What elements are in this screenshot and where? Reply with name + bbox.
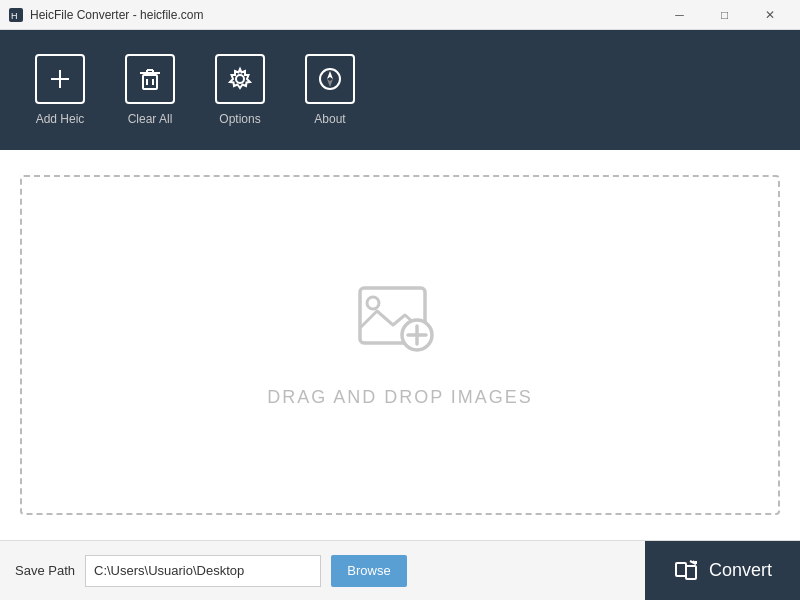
title-bar-left: H HeicFile Converter - heicfile.com	[8, 7, 203, 23]
convert-label: Convert	[709, 560, 772, 581]
save-path-input[interactable]	[85, 555, 321, 587]
gear-icon	[226, 65, 254, 93]
drop-zone[interactable]: DRAG AND DROP IMAGES	[20, 175, 780, 515]
about-icon-box	[305, 54, 355, 104]
add-heic-label: Add Heic	[36, 112, 85, 126]
svg-text:H: H	[11, 11, 18, 21]
minimize-button[interactable]: ─	[657, 0, 702, 30]
compass-icon	[316, 65, 344, 93]
add-heic-icon-box	[35, 54, 85, 104]
about-button[interactable]: About	[290, 43, 370, 138]
convert-button[interactable]: Convert	[645, 541, 800, 601]
svg-rect-4	[143, 75, 157, 89]
main-content: DRAG AND DROP IMAGES	[0, 150, 800, 540]
clear-all-label: Clear All	[128, 112, 173, 126]
title-bar: H HeicFile Converter - heicfile.com ─ □ …	[0, 0, 800, 30]
svg-rect-22	[686, 566, 696, 579]
svg-point-16	[367, 297, 379, 309]
clear-all-icon-box	[125, 54, 175, 104]
app-icon: H	[8, 7, 24, 23]
bottom-bar: Save Path Browse Convert	[0, 540, 800, 600]
maximize-button[interactable]: □	[702, 0, 747, 30]
options-label: Options	[219, 112, 260, 126]
svg-rect-21	[676, 563, 686, 576]
window-title: HeicFile Converter - heicfile.com	[30, 8, 203, 22]
save-path-label: Save Path	[15, 563, 75, 578]
window-controls: ─ □ ✕	[657, 0, 792, 30]
add-heic-icon	[46, 65, 74, 93]
options-button[interactable]: Options	[200, 43, 280, 138]
svg-marker-13	[327, 71, 333, 79]
drop-icon	[355, 283, 445, 367]
toolbar: Add Heic Clear All Options	[0, 30, 800, 150]
svg-point-11	[236, 75, 244, 83]
close-button[interactable]: ✕	[747, 0, 792, 30]
options-icon-box	[215, 54, 265, 104]
convert-icon	[673, 558, 699, 584]
add-heic-button[interactable]: Add Heic	[20, 43, 100, 138]
drop-text: DRAG AND DROP IMAGES	[267, 387, 533, 408]
clear-all-button[interactable]: Clear All	[110, 43, 190, 138]
svg-marker-14	[327, 79, 333, 87]
trash-icon	[136, 65, 164, 93]
about-label: About	[314, 112, 345, 126]
browse-button[interactable]: Browse	[331, 555, 406, 587]
